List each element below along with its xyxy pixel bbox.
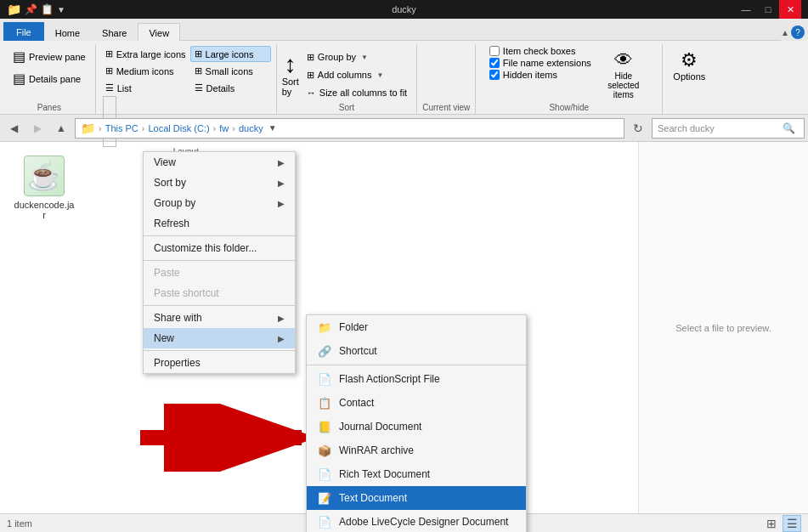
ctx-share-arrow: ▶ [278,314,285,323]
sm-folder-icon: 📁 [317,320,332,335]
forward-btn[interactable]: ▶ [27,118,48,139]
file-name-extensions-row: File name extensions [489,58,591,68]
ctx-view-arrow: ▶ [278,158,285,167]
medium-icons-btn[interactable]: ⊞ Medium icons [101,63,190,79]
options-btn[interactable]: ⚙ Options [668,46,710,85]
quick-access-clip[interactable]: 📋 [41,3,54,15]
hide-selected-icon: 👁 [614,49,633,71]
search-icon[interactable]: 🔍 [778,118,799,139]
hidden-items-checkbox[interactable] [489,70,500,80]
hidden-items-row: Hidden items [489,70,591,80]
ctx-group-by[interactable]: Group by ▶ [144,193,295,213]
ctx-sort-by[interactable]: Sort by ▶ [144,173,295,193]
window-controls: — □ ✕ [735,0,801,19]
ribbon: File Home Share View ▲ ? ▤ Preview pane … [0,19,808,115]
sm-winrar-icon: 📦 [317,443,332,458]
large-icons-btn[interactable]: ⊞ Large icons [190,46,271,62]
hide-selected-btn[interactable]: 👁 Hide selecteditems [598,46,649,103]
item-checkboxes-checkbox[interactable] [489,46,500,56]
view-toggle-list[interactable]: ☰ [783,515,801,532]
options-icon: ⚙ [681,49,698,71]
address-fw[interactable]: fw [219,123,229,133]
quick-access-arrow[interactable]: ▼ [57,5,65,14]
sm-journal[interactable]: 📒 Journal Document [307,415,526,439]
address-this-pc[interactable]: This PC [105,123,138,133]
size-all-columns-btn[interactable]: ↔ Size all columns to fit [302,85,411,100]
sm-sep-1 [307,365,526,365]
details-pane-btn[interactable]: ▤ Details pane [8,68,85,89]
back-btn[interactable]: ◀ [3,118,24,139]
app-icon: 📁 [7,3,21,16]
add-columns-btn[interactable]: ⊞ Add columns ▼ [302,67,411,83]
address-bar[interactable]: 📁 › This PC › Local Disk (C:) › fw › duc… [75,118,624,139]
search-bar[interactable]: Search ducky 🔍 [652,118,805,139]
refresh-btn[interactable]: ↻ [628,118,648,139]
sort-btn[interactable]: ↕ Sortby [282,53,299,97]
preview-pane: Select a file to preview. [638,142,808,514]
sm-flash-icon: 📄 [317,371,332,387]
panes-group-label: Panes [37,103,61,114]
title-bar: 📁 📌 📋 ▼ ducky — □ ✕ [0,0,808,19]
address-local-disk[interactable]: Local Disk (C:) [148,123,209,133]
ribbon-collapse-btn[interactable]: ▲ [781,28,789,37]
help-btn[interactable]: ? [791,25,805,39]
add-columns-icon: ⊞ [307,70,314,81]
small-icons-btn[interactable]: ⊞ Small icons [190,63,271,79]
ctx-new[interactable]: New ▶ [144,328,295,348]
ctx-refresh[interactable]: Refresh [144,213,295,234]
view-toggle-grid[interactable]: ⊞ [762,515,781,532]
ctx-customize[interactable]: Customize this folder... [144,238,295,258]
close-button[interactable]: ✕ [779,0,801,19]
preview-pane-text: Select a file to preview. [675,323,771,333]
sm-shortcut-icon: 🔗 [317,343,332,359]
file-item-duckencode[interactable]: ☕ duckencode.jar [10,152,78,224]
sm-shortcut[interactable]: 🔗 Shortcut [307,339,526,363]
extra-large-icon: ⊞ [105,48,113,59]
up-btn[interactable]: ▲ [51,118,71,139]
tab-share[interactable]: Share [91,22,138,41]
sm-contact[interactable]: 📋 Contact [307,391,526,415]
window-title: ducky [392,4,416,14]
minimize-button[interactable]: — [735,0,757,19]
details-icon: ☰ [195,82,203,93]
ctx-paste-shortcut[interactable]: Paste shortcut [144,283,295,303]
group-by-btn[interactable]: ⊞ Group by ▼ [302,49,411,65]
sm-text-doc[interactable]: 📝 Text Document [307,486,526,510]
item-checkboxes-row: Item check boxes [489,46,591,56]
details-btn[interactable]: ☰ Details [190,80,271,96]
details-pane-label: Details pane [29,74,81,84]
ctx-properties[interactable]: Properties [144,353,295,373]
quick-access-pin[interactable]: 📌 [25,3,37,15]
address-ducky[interactable]: ducky [239,123,263,133]
list-btn[interactable]: ☰ List [101,80,190,96]
sm-rtf-icon: 📄 [317,467,332,482]
folder-icon: 📁 [81,122,95,135]
preview-pane-btn[interactable]: ▤ Preview pane [8,46,90,67]
address-dropdown-arrow[interactable]: ▼ [268,123,277,133]
tab-home[interactable]: Home [44,22,91,41]
medium-icon: ⊞ [105,65,113,76]
show-hide-group-label: Show/hide [549,103,589,114]
ctx-share-with[interactable]: Share with ▶ [144,308,295,328]
sm-rtf[interactable]: 📄 Rich Text Document [307,462,526,486]
sm-flash[interactable]: 📄 Flash ActionScript File [307,367,526,391]
sm-adobe[interactable]: 📄 Adobe LiveCycle Designer Document [307,510,526,532]
status-right: ⊞ ☰ [762,515,801,532]
size-all-icon: ↔ [307,88,316,98]
maximize-button[interactable]: □ [757,0,779,19]
file-name-extensions-checkbox[interactable] [489,58,500,68]
file-name-duckencode: duckencode.jar [14,200,75,220]
small-icon: ⊞ [195,65,202,76]
tab-file[interactable]: File [3,22,44,41]
ribbon-group-panes: ▤ Preview pane ▤ Details pane Panes [3,44,96,114]
sm-folder[interactable]: 📁 Folder [307,315,526,339]
sm-winrar[interactable]: 📦 WinRAR archive [307,439,526,462]
ribbon-tabs: File Home Share View ▲ ? [0,19,808,41]
ctx-sort-arrow: ▶ [278,178,285,188]
ctx-paste[interactable]: Paste [144,263,295,283]
tab-view[interactable]: View [138,23,180,42]
ctx-view[interactable]: View ▶ [144,152,295,173]
ribbon-group-show-hide: Item check boxes File name extensions Hi… [476,44,663,114]
extra-large-icons-btn[interactable]: ⊞ Extra large icons [101,46,190,62]
ctx-sep-2 [144,260,295,261]
